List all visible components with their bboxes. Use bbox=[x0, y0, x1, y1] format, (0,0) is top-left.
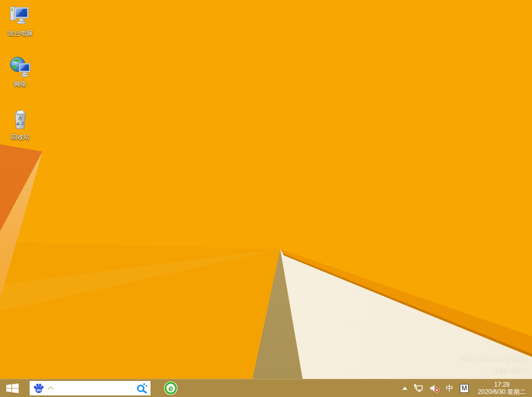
svg-text:du: du bbox=[36, 388, 42, 392]
recycle-bin-icon bbox=[9, 108, 32, 132]
watermark-build: Build 9600 bbox=[458, 365, 528, 377]
volume-muted-icon bbox=[430, 384, 440, 393]
volume-tray-button[interactable] bbox=[430, 384, 440, 393]
windows-watermark: Windows 8.1 专业版 Build 9600 bbox=[458, 353, 528, 377]
browser-e-icon: e bbox=[163, 381, 178, 395]
wallpaper-tan-triangle bbox=[0, 0, 532, 397]
network-tray-button[interactable] bbox=[414, 384, 424, 393]
clock-time: 17:28 bbox=[475, 381, 529, 388]
desktop-icon-this-pc[interactable]: 这台电脑 bbox=[3, 4, 37, 38]
taskbar-search-box[interactable]: du bbox=[30, 381, 151, 395]
desktop-icon-network[interactable]: 网络 bbox=[3, 55, 37, 89]
start-button[interactable] bbox=[0, 379, 24, 397]
desktop-icon-recycle-bin[interactable]: 回收站 bbox=[3, 108, 37, 142]
wallpaper-fold-highlight bbox=[0, 0, 532, 397]
search-input[interactable] bbox=[54, 382, 136, 394]
up-arrow-icon bbox=[402, 387, 407, 390]
baidu-paw-icon[interactable]: du bbox=[33, 383, 44, 393]
taskbar-clock[interactable]: 17:28 2020/6/30 星期二 bbox=[475, 381, 529, 395]
this-pc-icon bbox=[9, 4, 32, 28]
svg-text:e: e bbox=[169, 384, 173, 393]
show-hidden-icons-button[interactable] bbox=[402, 387, 407, 390]
wallpaper-edge-shadow bbox=[0, 0, 532, 397]
ime-language-indicator[interactable]: 中 bbox=[446, 384, 454, 393]
network-status-icon bbox=[414, 384, 424, 393]
desktop-icon-label: 回收站 bbox=[11, 133, 30, 142]
wallpaper-edge-stripe bbox=[0, 0, 532, 397]
clock-date: 2020/6/30 星期二 bbox=[475, 388, 529, 395]
wallpaper-facet-wedge bbox=[0, 0, 532, 397]
wallpaper-cream-triangle bbox=[0, 0, 532, 397]
ime-mode-indicator[interactable]: M bbox=[460, 384, 469, 393]
taskbar: du e bbox=[0, 379, 532, 397]
system-tray: 中 M 17:28 2020/6/30 星期二 bbox=[402, 379, 532, 397]
taskbar-app-360-browser[interactable]: e bbox=[163, 380, 179, 396]
windows-start-icon bbox=[6, 384, 19, 393]
desktop-icon-label: 网络 bbox=[14, 80, 26, 89]
baidu-search-icon[interactable] bbox=[136, 382, 148, 394]
wallpaper-facet-bottom bbox=[0, 0, 532, 397]
chevron-up-icon[interactable] bbox=[47, 386, 54, 390]
desktop-icon-label: 这台电脑 bbox=[8, 29, 33, 38]
network-globe-icon bbox=[9, 55, 32, 79]
watermark-edition: Windows 8.1 专业版 bbox=[458, 353, 528, 365]
wallpaper-fold-dark-orange bbox=[0, 0, 532, 397]
